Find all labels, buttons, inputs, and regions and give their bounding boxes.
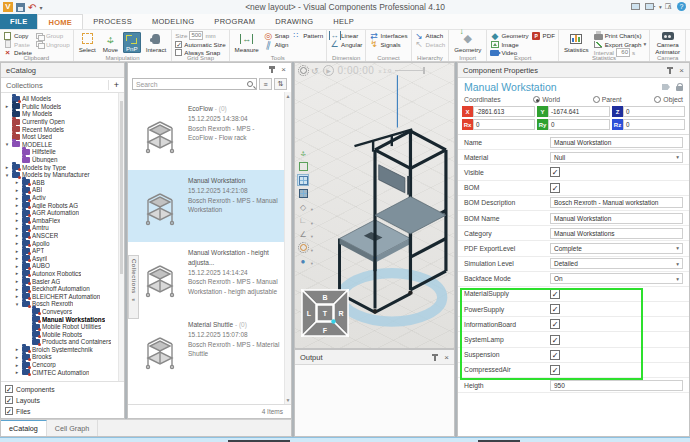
expand-arrow-icon[interactable]: ▸ <box>14 225 20 231</box>
expand-arrow-icon[interactable]: ▾ <box>4 141 10 147</box>
property-checkbox[interactable]: ✓ <box>550 350 560 360</box>
tree-item[interactable]: ▸ Models by Type <box>4 163 124 171</box>
tree-item[interactable]: ▸ CIMTEC Automation <box>4 368 124 376</box>
lock-icon[interactable] <box>676 86 683 91</box>
y-coordinate-input[interactable]: -1674.641 <box>548 106 610 117</box>
tree-item[interactable]: Mobile Robot Utilities <box>4 323 124 331</box>
ry-coordinate-input[interactable]: 0 <box>548 119 610 130</box>
layout-dropdown-icon[interactable]: ▾ <box>659 4 662 10</box>
catalog-item[interactable]: Manual Workstation - height adjusta... 1… <box>128 242 291 314</box>
collapse-ribbon-icon[interactable]: ∧ <box>667 3 672 11</box>
expand-arrow-icon[interactable]: ▸ <box>14 202 20 208</box>
expand-arrow-icon[interactable]: ▸ <box>14 179 20 185</box>
close-icon[interactable]: × <box>679 67 684 74</box>
items-scrollbar[interactable]: ▲▼ <box>284 92 291 404</box>
export-image-button[interactable]: Image <box>490 41 528 49</box>
ribbon-tab[interactable]: PROCESS <box>83 14 142 29</box>
close-icon[interactable]: × <box>281 66 286 73</box>
expand-arrow-icon[interactable]: ▸ <box>14 232 20 238</box>
expand-arrow-icon[interactable]: ▸ <box>14 210 20 216</box>
quick-access-caret-icon[interactable]: ▾ <box>39 4 42 11</box>
export-pdf-button[interactable]: PPDF <box>532 32 555 40</box>
bottom-tab[interactable]: eCatalog <box>1 420 47 436</box>
ribbon-tab[interactable]: DRAWING <box>265 14 323 29</box>
coords-object-radio[interactable]: Object <box>654 96 683 103</box>
bottom-tab[interactable]: Cell Graph <box>47 420 98 436</box>
rz-coordinate-input[interactable]: 0 <box>623 119 685 130</box>
tree-item[interactable]: Currently Open <box>4 118 124 126</box>
property-checkbox[interactable]: ✓ <box>550 365 560 375</box>
view-angle-icon[interactable]: ∠▾ <box>297 228 309 240</box>
expand-arrow-icon[interactable]: ▸ <box>14 187 20 193</box>
expand-arrow-icon[interactable]: ▸ <box>14 240 20 246</box>
close-icon[interactable]: × <box>444 354 449 361</box>
fill-view-icon[interactable] <box>297 161 309 173</box>
ribbon-tab[interactable]: MODELING <box>142 14 204 29</box>
expand-arrow-icon[interactable]: ▸ <box>14 217 20 223</box>
pin-icon[interactable] <box>666 67 673 74</box>
property-checkbox[interactable]: ✓ <box>550 183 560 193</box>
tree-item[interactable]: All Models <box>4 95 124 103</box>
filter-checkbox-row[interactable]: ✓ Files <box>5 407 120 415</box>
expand-arrow-icon[interactable]: ▾ <box>14 301 20 307</box>
signals-button[interactable]: ↯Signals <box>369 41 407 49</box>
select-button[interactable]: Select <box>77 32 98 53</box>
pin-icon[interactable] <box>431 354 438 361</box>
catalog-item[interactable]: Manual Workstation 15.12.2025 14:21:08 B… <box>128 170 291 242</box>
help-icon[interactable]: ? <box>677 2 686 11</box>
export-graph-button[interactable]: Export Graph▾ <box>594 41 647 49</box>
grid-on-icon[interactable] <box>297 174 309 186</box>
tree-item[interactable]: My Models <box>4 110 124 118</box>
view-cube[interactable]: B L T R F <box>301 289 349 337</box>
search-input[interactable]: Search <box>132 78 257 90</box>
expand-arrow-icon[interactable]: ▸ <box>14 346 20 352</box>
camera-animator-button[interactable]: CameraAnimator <box>653 32 682 53</box>
pin-icon[interactable] <box>268 66 275 73</box>
environment-icon[interactable]: ●▾ <box>297 255 309 267</box>
tree-item[interactable]: Conveyors <box>4 308 124 316</box>
property-text-input[interactable]: Manual Workstation <box>550 213 683 224</box>
print-charts-button[interactable]: Print Chart(s) <box>594 32 647 40</box>
expand-arrow-icon[interactable]: ▸ <box>14 270 20 276</box>
x-coordinate-input[interactable]: -2861.613 <box>473 106 535 117</box>
property-text-input[interactable]: Bosch Rexroth - Manual workstation <box>550 197 683 208</box>
expand-arrow-icon[interactable]: ▸ <box>14 293 20 299</box>
property-text-input[interactable]: Manual Workstations <box>550 228 683 239</box>
tree-item[interactable]: Recent Models <box>4 125 124 133</box>
group-button[interactable]: Group <box>35 32 70 40</box>
list-view-button[interactable]: ≡ <box>259 78 272 90</box>
viewport-settings-icon[interactable]: ▾ <box>297 242 309 254</box>
ungroup-button[interactable]: Ungroup <box>35 41 70 49</box>
ribbon-tab[interactable]: FILE <box>0 14 37 29</box>
property-checkbox[interactable]: ✓ <box>550 167 560 177</box>
property-select[interactable]: On▾ <box>550 273 683 284</box>
import-geometry-button[interactable]: ◆Geometry <box>452 32 483 53</box>
view-axis-icon[interactable]: ∟▾ <box>297 215 309 227</box>
expand-arrow-icon[interactable]: ▸ <box>14 362 20 368</box>
ribbon-tab[interactable]: HELP <box>323 14 364 29</box>
measure-button[interactable]: ↔Measure <box>233 32 261 53</box>
property-checkbox[interactable]: ✓ <box>550 289 560 299</box>
expand-arrow-icon[interactable]: ▸ <box>14 195 20 201</box>
tree-item[interactable]: Mobile Robots <box>4 330 124 338</box>
ribbon-tab[interactable]: HOME <box>37 14 83 29</box>
property-text-input[interactable]: 950 <box>550 380 683 391</box>
property-checkbox[interactable]: ✓ <box>550 335 560 345</box>
fit-view-icon[interactable]: ↔↕ <box>297 147 309 159</box>
export-geometry-button[interactable]: ◆Geometry <box>490 32 528 40</box>
reset-simulation-icon[interactable]: ↺ <box>311 66 319 76</box>
property-select[interactable]: Detailed▾ <box>550 258 683 269</box>
speed-slider[interactable] <box>395 70 425 71</box>
property-checkbox[interactable]: ✓ <box>550 319 560 329</box>
rx-coordinate-input[interactable]: 0 <box>473 119 535 130</box>
render-mode-icon[interactable]: ◇▾ <box>297 201 309 213</box>
expand-arrow-icon[interactable]: ▸ <box>14 369 20 375</box>
expand-arrow-icon[interactable]: ▸ <box>4 103 10 109</box>
collections-side-tab[interactable]: Collections « <box>128 255 139 319</box>
property-select[interactable]: Complete▾ <box>550 243 683 254</box>
filter-checkbox-row[interactable]: ✓ Components <box>5 385 120 393</box>
save-icon[interactable] <box>16 3 25 12</box>
sort-button[interactable]: ⇅ <box>274 78 287 90</box>
tree-item[interactable]: ▾ Bosch Rexroth <box>4 300 124 308</box>
settings-gear-icon[interactable] <box>300 67 307 74</box>
